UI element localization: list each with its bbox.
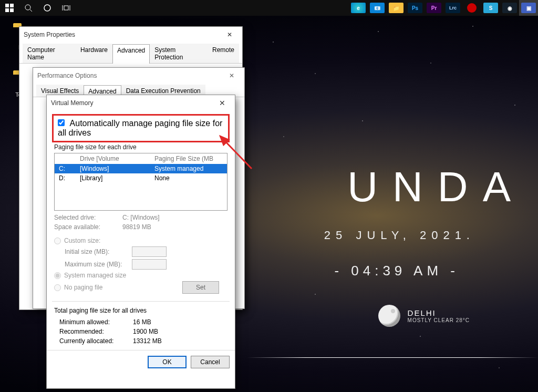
drive-row[interactable]: D: [Library] None (55, 173, 227, 183)
no-paging-radio-label[interactable]: No paging file (54, 284, 182, 291)
svg-rect-1 (10, 4, 14, 7)
space-available-label: Space available: (54, 223, 122, 231)
drive-letter: D: (59, 174, 80, 182)
auto-manage-checkbox-label[interactable]: Automatically manage paging file size fo… (58, 119, 222, 137)
drive-size: System managed (154, 165, 223, 172)
taskbar-app-snagit[interactable]: S (481, 0, 500, 16)
sysprops-tabs: Computer Name Hardware Advanced System P… (19, 44, 242, 64)
widget-weather: DELHI MOSTLY CLEAR 28°C (378, 305, 470, 327)
svg-line-5 (30, 9, 32, 12)
ok-button[interactable]: OK (148, 356, 187, 368)
moon-icon (378, 305, 400, 327)
taskbar-app-edge[interactable]: e (349, 0, 368, 16)
taskbar-app-mail[interactable]: 📧 (368, 0, 387, 16)
cancel-button[interactable]: Cancel (191, 356, 230, 368)
drive-label: [Windows] (80, 165, 154, 172)
initial-size-input[interactable] (132, 246, 167, 257)
system-managed-text: System managed size (64, 272, 126, 279)
recommended-label: Recommended: (59, 328, 133, 335)
col-volume: Drive [Volume (80, 155, 154, 162)
taskbar-app-steam[interactable]: ◉ (500, 0, 519, 16)
svg-rect-2 (5, 8, 9, 12)
min-allowed-label: Minimum allowed: (59, 318, 133, 326)
initial-size-label: Initial size (MB): (65, 248, 128, 255)
search-icon[interactable] (19, 0, 38, 16)
window-virtual-memory: Virtual Memory ✕ Automatically manage pa… (46, 95, 235, 389)
window-title: System Properties (24, 31, 75, 38)
custom-size-text: Custom size: (64, 237, 100, 244)
no-paging-text: No paging file (64, 284, 102, 291)
custom-size-radio-label[interactable]: Custom size: (54, 237, 227, 244)
weather-city: DELHI (408, 308, 470, 317)
drive-list[interactable]: Drive [Volume Paging File Size (MB C: [W… (54, 153, 227, 211)
drive-letter: C: (59, 165, 80, 172)
tab-computer-name[interactable]: Computer Name (23, 44, 76, 63)
taskbar-app-capture[interactable]: ▣ (519, 0, 538, 16)
taskbar-app-lightroom[interactable]: Lrc (443, 0, 462, 16)
tab-system-protection[interactable]: System Protection (150, 44, 208, 63)
recommended-value: 1900 MB (133, 328, 158, 335)
auto-manage-text: Automatically manage paging file size fo… (58, 119, 222, 137)
widget-divider (247, 357, 538, 358)
auto-manage-checkbox[interactable] (58, 119, 65, 126)
window-title: Performance Options (37, 72, 97, 79)
taskbar-app-record[interactable] (462, 0, 481, 16)
system-managed-radio[interactable] (54, 272, 61, 279)
svg-rect-3 (10, 8, 14, 12)
close-icon[interactable]: ✕ (223, 69, 240, 82)
system-managed-radio-label[interactable]: System managed size (54, 272, 227, 279)
col-size: Paging File Size (MB (154, 155, 223, 162)
close-icon[interactable]: ✕ (214, 97, 231, 109)
weather-condition: MOSTLY CLEAR 28°C (408, 317, 470, 323)
taskbar: e 📧 📁 Ps Pr Lrc S ◉ ▣ (0, 0, 538, 16)
total-paging-header: Total paging file size for all drives (52, 307, 230, 317)
cortana-icon[interactable] (38, 0, 57, 16)
maximum-size-input[interactable] (132, 259, 167, 270)
taskbar-app-explorer[interactable]: 📁 (387, 0, 406, 16)
selected-drive-label: Selected drive: (54, 214, 122, 221)
drive-label: [Library] (80, 174, 154, 182)
selected-drive-value: C: [Windows] (122, 214, 160, 221)
tab-hardware[interactable]: Hardware (76, 44, 112, 63)
custom-size-radio[interactable] (54, 238, 61, 244)
taskbar-app-photoshop[interactable]: Ps (406, 0, 425, 16)
widget-time: - 04:39 AM - (334, 263, 459, 279)
svg-point-6 (44, 5, 50, 11)
drive-size: None (154, 174, 223, 182)
taskbar-app-premiere[interactable]: Pr (425, 0, 443, 16)
tab-advanced[interactable]: Advanced (112, 44, 150, 64)
paging-header: Paging file size for each drive (47, 143, 235, 151)
tab-remote[interactable]: Remote (208, 44, 239, 63)
annotation-highlight: Automatically manage paging file size fo… (52, 114, 230, 142)
set-button[interactable]: Set (182, 281, 219, 294)
start-button[interactable] (0, 0, 19, 16)
widget-date: 25 JULY, 2021. (324, 229, 475, 242)
drive-row[interactable]: C: [Windows] System managed (55, 164, 227, 173)
maximum-size-label: Maximum size (MB): (65, 261, 128, 268)
svg-point-4 (25, 5, 30, 10)
currently-allocated-label: Currently allocated: (59, 337, 133, 345)
col-drive (59, 155, 80, 162)
no-paging-radio[interactable] (54, 284, 61, 291)
min-allowed-value: 16 MB (133, 318, 151, 326)
widget-dayname: UNDA (347, 163, 525, 211)
taskview-icon[interactable] (57, 0, 76, 16)
window-title: Virtual Memory (51, 99, 93, 107)
svg-rect-0 (5, 4, 9, 7)
currently-allocated-value: 13312 MB (133, 337, 162, 345)
svg-rect-8 (64, 6, 68, 10)
space-available-value: 98819 MB (122, 223, 151, 231)
close-icon[interactable]: ✕ (221, 28, 238, 41)
